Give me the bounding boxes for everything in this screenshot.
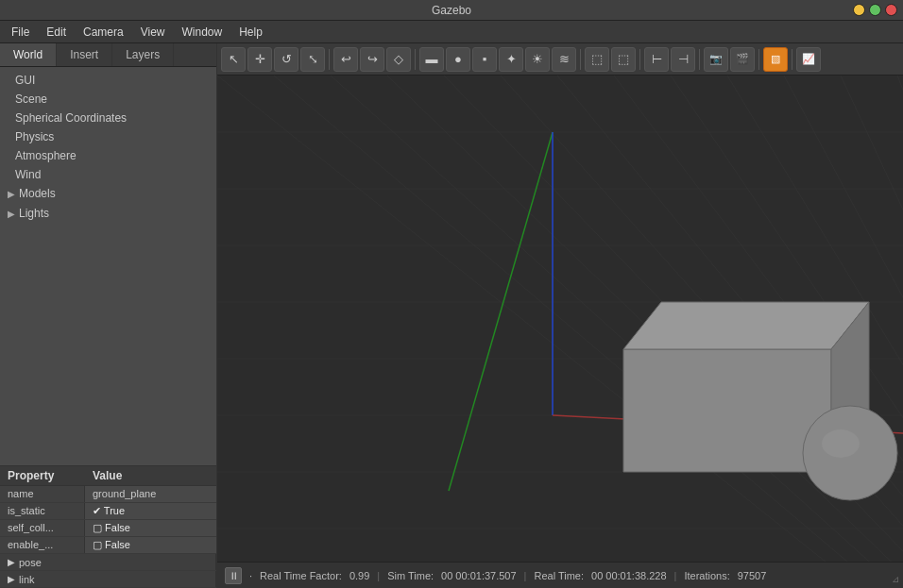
toolbar-sep-7 [792,49,792,70]
corner-resize-handle: ⊿ [892,574,899,584]
maximize-button[interactable] [869,4,881,16]
menu-edit[interactable]: Edit [39,24,74,41]
prop-selfcoll-value[interactable]: ▢ False [85,520,216,536]
menu-help[interactable]: Help [231,24,270,41]
menu-file[interactable]: File [4,24,37,41]
undo-button[interactable]: ↩ [333,47,358,72]
grid-svg [217,76,903,562]
prop-selfcoll-label: self_coll... [0,520,85,536]
toolbar-sep-5 [699,49,700,70]
col-value: Value [85,466,216,485]
simtime-value: 00 00:01:37.507 [441,570,517,581]
tree-item-physics[interactable]: Physics [0,127,216,146]
toolbar-sep-6 [758,49,759,70]
minimize-button[interactable] [853,4,865,16]
left-panel: World Insert Layers GUI Scene Spherical … [0,43,217,588]
tree-item-atmosphere[interactable]: Atmosphere [0,146,216,165]
spotlight-button[interactable]: ≋ [552,47,576,72]
iterations-value: 97507 [738,570,767,581]
prop-isstatic-label: is_static [0,503,85,519]
main-layout: World Insert Layers GUI Scene Spherical … [0,43,903,588]
props-row-is-static: is_static ✔ True [0,503,216,520]
translate-tool-button[interactable]: ✛ [247,47,272,72]
align2-button[interactable]: ⊣ [671,47,695,72]
titlebar-controls [853,4,897,16]
3d-canvas[interactable] [217,76,903,562]
pause-icon: ⏸ [229,570,239,581]
screenshot-button[interactable]: 📷 [704,47,728,72]
plot-button[interactable]: 📈 [796,47,821,72]
realtime-value: 00 00:01:38.228 [591,570,667,581]
realtime-factor-label: Real Time Factor: [260,570,342,581]
tree-panel: GUI Scene Spherical Coordinates Physics … [0,67,216,465]
close-button[interactable] [885,4,897,16]
cylinder-button[interactable]: ▪ [472,47,497,72]
select-tool-button[interactable]: ↖ [221,47,246,72]
tree-item-gui[interactable]: GUI [0,71,216,90]
sphere-button[interactable]: ● [446,47,470,72]
copy-button[interactable]: ⬚ [585,47,609,72]
status-sep-2: | [524,570,527,581]
box-button[interactable]: ▬ [419,47,444,72]
props-row-link[interactable]: ▶link [0,571,216,588]
svg-marker-25 [623,349,831,472]
tree-item-wind[interactable]: Wind [0,165,216,184]
prop-name-label: name [0,486,85,502]
titlebar-title: Gazebo [432,4,471,17]
svg-marker-26 [623,302,869,349]
viewport: ↖ ✛ ↺ ⤡ ↩ ↪ ◇ ▬ ● ▪ ✦ ☀ ≋ ⬚ ⬚ ⊢ ⊣ 📷 🎬 ▧ [217,43,903,588]
active-mode-button[interactable]: ▧ [763,47,788,72]
sunlight-button[interactable]: ☀ [525,47,550,72]
props-row-pose[interactable]: ▶pose [0,554,216,571]
prop-isstatic-value[interactable]: ✔ True [85,503,216,519]
rotate-tool-button[interactable]: ↺ [274,47,298,72]
menubar: FileEditCameraViewWindowHelp [0,21,903,43]
paste-button[interactable]: ⬚ [611,47,636,72]
realtime-factor-value: 0.99 [349,570,369,581]
menu-window[interactable]: Window [175,24,230,41]
tree-item-models[interactable]: ▶Models [0,184,216,204]
pointlight-button[interactable]: ✦ [499,47,523,72]
tab-world[interactable]: World [0,43,57,66]
titlebar: Gazebo [0,0,903,21]
tree-item-spherical[interactable]: Spherical Coordinates [0,109,216,127]
statusbar: ⏸ · Real Time Factor: 0.99 | Sim Time: 0… [217,562,903,588]
tab-insert[interactable]: Insert [57,43,112,66]
prop-name-value[interactable]: ground_plane [85,486,216,502]
scale-tool-button[interactable]: ⤡ [300,47,325,72]
toolbar-sep-3 [580,49,581,70]
svg-point-29 [822,429,860,458]
prop-enable-value[interactable]: ▢ False [85,537,216,553]
props-link-expand[interactable]: ▶link [0,571,216,587]
toolbar-sep-4 [639,49,640,70]
prop-enable-label: enable_... [0,537,85,553]
menu-camera[interactable]: Camera [76,24,131,41]
status-sep-3: | [674,570,677,581]
status-dot: · [249,570,252,581]
record-button[interactable]: 🎬 [730,47,755,72]
tab-layers[interactable]: Layers [112,43,174,66]
status-sep-1: | [377,570,380,581]
tree-item-lights[interactable]: ▶Lights [0,204,216,224]
iterations-label: Iterations: [684,570,729,581]
toolbar-sep-2 [415,49,416,70]
props-row-enable: enable_... ▢ False [0,537,216,554]
props-row-name: name ground_plane [0,486,216,503]
properties-panel: Property Value name ground_plane is_stat… [0,465,216,588]
align1-button[interactable]: ⊢ [644,47,669,72]
menu-view[interactable]: View [133,24,173,41]
col-property: Property [0,466,85,485]
simtime-label: Sim Time: [387,570,434,581]
props-header: Property Value [0,466,216,486]
pause-button[interactable]: ⏸ [225,567,242,584]
props-pose-expand[interactable]: ▶pose [0,554,216,570]
realtime-label: Real Time: [534,570,584,581]
redo-button[interactable]: ↪ [360,47,384,72]
toolbar-sep-1 [329,49,330,70]
tree-item-scene[interactable]: Scene [0,90,216,109]
props-row-selfcoll: self_coll... ▢ False [0,520,216,537]
snap-button[interactable]: ◇ [386,47,411,72]
toolbar: ↖ ✛ ↺ ⤡ ↩ ↪ ◇ ▬ ● ▪ ✦ ☀ ≋ ⬚ ⬚ ⊢ ⊣ 📷 🎬 ▧ [217,43,903,76]
tab-bar: World Insert Layers [0,43,216,67]
